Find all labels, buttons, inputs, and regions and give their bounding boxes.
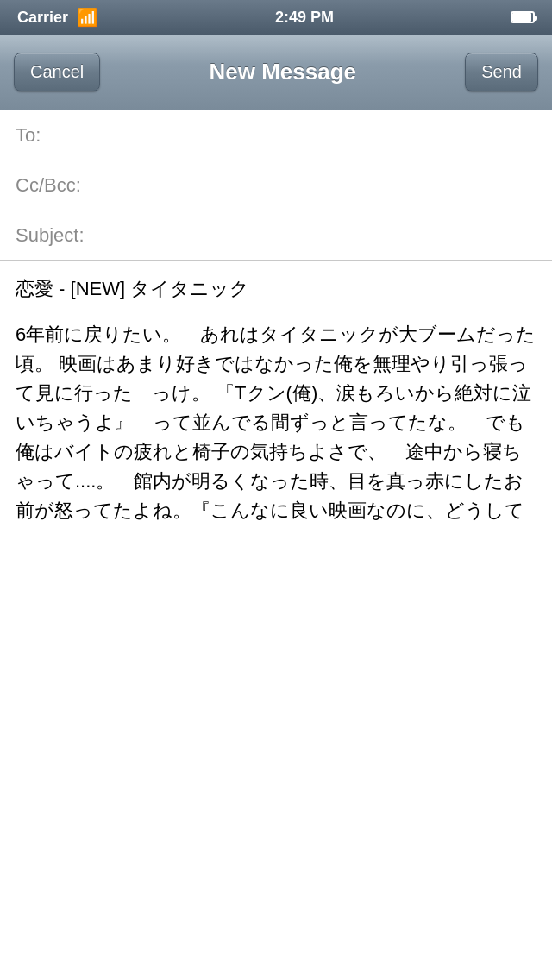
- to-label: To:: [16, 124, 102, 147]
- to-field-row: To:: [0, 110, 552, 160]
- navigation-bar: Cancel New Message Send: [0, 35, 552, 110]
- email-subject-line: 恋愛 - [NEW] タイタニック: [16, 276, 536, 303]
- status-right: [511, 11, 535, 23]
- cc-bcc-field-row: Cc/Bcc:: [0, 160, 552, 210]
- subject-field-row: Subject:: [0, 210, 552, 261]
- status-left: Carrier 📶: [17, 7, 98, 28]
- email-body-text: 6年前に戻りたい。 あれはタイタニックが大ブームだった頃。 映画はあまり好きでは…: [16, 320, 536, 526]
- carrier-label: Carrier: [17, 9, 68, 27]
- status-time: 2:49 PM: [275, 9, 334, 27]
- wifi-icon: 📶: [77, 7, 98, 28]
- cancel-button[interactable]: Cancel: [14, 53, 100, 91]
- send-button[interactable]: Send: [465, 53, 538, 91]
- subject-label: Subject:: [16, 224, 102, 247]
- battery-icon: [511, 11, 535, 23]
- email-body-area[interactable]: 恋愛 - [NEW] タイタニック 6年前に戻りたい。 あれはタイタニックが大ブ…: [0, 261, 552, 541]
- subject-input[interactable]: [102, 224, 536, 247]
- to-input[interactable]: [102, 124, 536, 147]
- status-bar: Carrier 📶 2:49 PM: [0, 0, 552, 35]
- nav-title: New Message: [100, 59, 465, 85]
- cc-bcc-label: Cc/Bcc:: [16, 174, 102, 197]
- cc-bcc-input[interactable]: [102, 174, 536, 197]
